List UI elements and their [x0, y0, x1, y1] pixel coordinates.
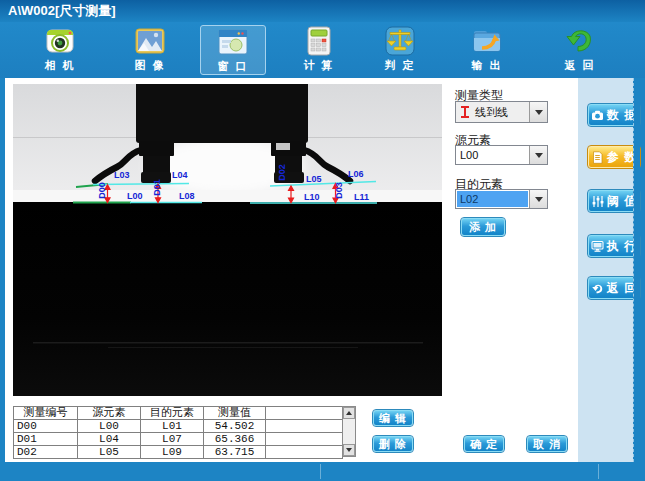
toolbar-label: 计 算 [303, 58, 334, 73]
toolbar-button-back[interactable]: 返 回 [547, 25, 613, 75]
status-bar [0, 462, 645, 481]
measurement-table: 测量编号 源元素 目的元素 测量值 D00L00L0154.502D01L04L… [13, 406, 343, 459]
measure-label: D03 [335, 182, 344, 199]
output-icon [471, 25, 503, 57]
col-measure-id: 测量编号 [14, 407, 78, 420]
sidebar-buttons: 数 据 参 数 阈 值 执 行 返 回 [578, 78, 638, 462]
measure-label: L03 [114, 171, 130, 180]
line-to-line-icon [459, 105, 471, 119]
table-scrollbar[interactable] [342, 406, 356, 457]
right-edge-strip [633, 78, 640, 462]
calculator-icon [303, 25, 335, 57]
table-row[interactable]: D00L00L0154.502 [14, 420, 343, 433]
target-element-value: L02 [457, 191, 528, 207]
statusbar-divider [598, 464, 599, 479]
add-button[interactable]: 添 加 [461, 218, 505, 236]
measure-label: L11 [354, 193, 369, 202]
measure-label: L08 [179, 192, 195, 201]
camera-image [13, 84, 442, 396]
sliders-icon [591, 195, 604, 208]
measure-label: L06 [348, 170, 364, 179]
chevron-down-icon[interactable] [529, 190, 547, 208]
camera-icon [591, 109, 604, 122]
camera-icon [44, 25, 76, 57]
measure-label: L05 [306, 175, 322, 184]
table-row[interactable]: D02L05L0963.715 [14, 446, 343, 459]
col-empty [266, 407, 343, 420]
monitor-icon [591, 240, 604, 253]
toolbar-label: 输 出 [471, 58, 502, 73]
toolbar-label: 判 定 [384, 58, 415, 73]
table-header-row: 测量编号 源元素 目的元素 测量值 [14, 407, 343, 420]
window-icon [217, 26, 249, 58]
image-icon [134, 25, 166, 57]
col-target-element: 目的元素 [141, 407, 204, 420]
toolbar-label: 返 回 [564, 58, 595, 73]
content-area: L03L04L00L08L05L06L10L11D00D01D02D03 测量类… [5, 78, 638, 462]
toolbar-button-window[interactable]: 窗 口 [200, 25, 266, 75]
measure-type-combobox[interactable]: 线到线 [455, 101, 548, 123]
source-element-combobox[interactable]: L00 [455, 145, 548, 165]
measure-label: D02 [278, 164, 287, 181]
chevron-down-icon[interactable] [529, 102, 547, 122]
col-source-element: 源元素 [78, 407, 141, 420]
measure-label: L10 [304, 193, 320, 202]
title-bar: A\W002[尺寸测量] [0, 0, 645, 22]
edit-button[interactable]: 编 辑 [373, 410, 413, 426]
return-icon [564, 25, 596, 57]
main-toolbar: 相 机 图 像 窗 口 计 算 判 定 [0, 22, 645, 78]
table-row[interactable]: D01L04L0765.366 [14, 433, 343, 446]
scales-icon [384, 25, 416, 57]
toolbar-label: 窗 口 [217, 59, 248, 74]
scroll-up-icon[interactable] [343, 407, 355, 419]
window-title: A\W002[尺寸测量] [8, 3, 116, 18]
toolbar-button-output[interactable]: 输 出 [454, 25, 520, 75]
measure-label: L04 [172, 171, 188, 180]
toolbar-button-calculate[interactable]: 计 算 [286, 25, 352, 75]
measure-type-value: 线到线 [472, 104, 528, 120]
scroll-down-icon[interactable] [343, 444, 355, 456]
toolbar-button-camera[interactable]: 相 机 [27, 25, 93, 75]
document-icon [591, 151, 604, 164]
source-element-value: L00 [457, 147, 528, 163]
measure-label: D00 [98, 182, 107, 199]
statusbar-divider [320, 464, 321, 479]
chevron-down-icon[interactable] [529, 146, 547, 164]
toolbar-label: 相 机 [44, 58, 75, 73]
delete-button[interactable]: 删 除 [373, 436, 413, 452]
toolbar-label: 图 像 [134, 58, 165, 73]
cancel-button[interactable]: 取 消 [527, 436, 567, 452]
toolbar-button-image[interactable]: 图 像 [117, 25, 183, 75]
measure-label: D01 [153, 179, 162, 196]
app-window: A\W002[尺寸测量] 相 机 图 像 窗 口 计 算 [0, 0, 645, 481]
target-element-combobox[interactable]: L02 [455, 189, 548, 209]
measure-table-body: D00L00L0154.502D01L04L0765.366D02L05L096… [14, 420, 343, 459]
camera-image-viewport[interactable]: L03L04L00L08L05L06L10L11D00D01D02D03 [13, 84, 442, 396]
col-measure-value: 测量值 [204, 407, 266, 420]
ok-button[interactable]: 确 定 [464, 436, 504, 452]
return-arrow-icon [591, 282, 604, 295]
toolbar-button-judge[interactable]: 判 定 [367, 25, 433, 75]
measure-label: L00 [127, 192, 143, 201]
